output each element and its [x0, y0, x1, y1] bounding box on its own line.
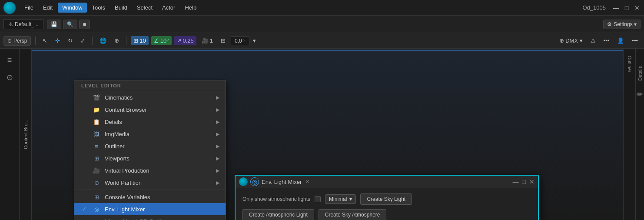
create-sky-atmosphere-btn[interactable]: Create Sky Atmosphere — [319, 209, 387, 220]
details-menu-icon: 📋 — [93, 118, 100, 126]
menu-select[interactable]: Select — [133, 3, 157, 13]
hamburger-btn[interactable]: ≡ — [2, 52, 17, 68]
menu-tools[interactable]: Tools — [88, 3, 110, 13]
elm-row2: Create Atmospheric Light Create Sky Atmo… — [242, 209, 531, 220]
outliner-menu-label: Outliner — [105, 143, 212, 150]
camera-btn[interactable]: 🎥 1 — [199, 36, 216, 45]
menu-item-virtual-production[interactable]: 🎥 Virtual Production ▶ — [74, 164, 226, 177]
imgmedia-icon: 🖼 — [93, 130, 100, 138]
minimal-label: Minimal — [329, 196, 347, 202]
angle-value: 10° — [160, 37, 169, 44]
create-atmospheric-light-btn[interactable]: Create Atmospheric Light — [242, 209, 314, 220]
misc-btn[interactable]: ■ — [79, 20, 90, 29]
grid-icon: ⊞ — [133, 37, 138, 44]
level-editor-menu[interactable]: LEVEL EDITOR 🎬 Cinematics ▶ 📁 Content Br… — [74, 80, 226, 220]
search-btn[interactable]: 🔍 — [63, 20, 77, 29]
menu-item-cinematics[interactable]: 🎬 Cinematics ▶ — [74, 91, 226, 103]
world-btn[interactable]: 🌐 — [97, 36, 109, 45]
rotation-expand-btn[interactable]: ▾ — [250, 36, 259, 45]
camera-icon: 🎥 — [202, 37, 209, 44]
angle-btn[interactable]: ∠ 10° — [151, 36, 172, 45]
arrow-icon: ▶ — [216, 107, 219, 113]
menu-build[interactable]: Build — [110, 3, 132, 13]
scale-tool-btn[interactable]: ⤢ — [78, 36, 88, 45]
snap-icon: ↗ — [177, 37, 182, 44]
pencil-icon[interactable]: ✏ — [637, 90, 643, 99]
viewports-label: Viewports — [105, 155, 212, 162]
menu-item-viewports[interactable]: ⊞ Viewports ▶ — [74, 152, 226, 164]
dmx-btn[interactable]: ⊕ DMX ▾ — [557, 36, 585, 45]
menu-item-env-light-mixer[interactable]: ✓ ◎ Env. Light Mixer — [74, 203, 226, 215]
dots-btn[interactable]: ••• — [601, 36, 612, 45]
menu-item-details[interactable]: 📋 Details ▶ — [74, 116, 226, 128]
menu-item-content-browser[interactable]: 📁 Content Browser ▶ — [74, 103, 226, 116]
grid-display-btn[interactable]: ⊞ 10 — [131, 36, 148, 45]
virtual-production-icon: 🎥 — [93, 167, 100, 174]
settings-btn[interactable]: ⚙ Settings ▾ — [603, 20, 641, 29]
default-tab-label: Default_... — [15, 21, 39, 27]
dots2-btn[interactable]: ••• — [629, 36, 641, 45]
check-placeholder — [80, 118, 88, 125]
elm-title: Env. Light Mixer — [262, 179, 302, 185]
menu-help[interactable]: Help — [180, 3, 201, 13]
elm-row1: Only show atmospheric lights Minimal ▾ C… — [242, 193, 531, 205]
details-tab[interactable]: Details — [637, 66, 643, 81]
console-label: Console Variables — [105, 194, 219, 200]
arrow-icon: ▶ — [216, 156, 219, 161]
elm-close-window-btn[interactable]: ✕ — [529, 178, 534, 185]
menu-window[interactable]: Window — [58, 3, 86, 13]
left-panel: ≡ ⊙ — [0, 49, 20, 220]
menu-item-console-variables[interactable]: ⊞ Console Variables — [74, 191, 226, 203]
grid2-btn[interactable]: ⊞ — [218, 36, 228, 45]
arrow-icon: ▶ — [216, 119, 219, 125]
create-sky-light-btn[interactable]: Create Sky Light — [360, 193, 412, 205]
toolbar-row1: ⚠ Default_... 💾 🔍 ■ ⚙ Settings ▾ — [0, 16, 644, 33]
camera-value: 1 — [210, 37, 213, 44]
elm-tab-close-btn[interactable]: ✕ — [305, 179, 309, 185]
menu-item-outliner[interactable]: ≡ Outliner ▶ — [74, 140, 226, 152]
grid-value: 10 — [139, 37, 146, 44]
arrow-icon: ▶ — [216, 168, 219, 173]
check-placeholder — [80, 193, 88, 200]
separator3 — [126, 37, 126, 45]
close-button[interactable]: ✕ — [634, 4, 641, 11]
persp-btn[interactable]: ⊙ Persp — [3, 36, 31, 46]
move-tool-btn[interactable]: ✛ — [53, 36, 63, 45]
default-tab[interactable]: ⚠ Default_... — [3, 19, 43, 29]
minimal-dropdown[interactable]: Minimal ▾ — [325, 194, 356, 204]
persp-icon: ⊙ — [7, 38, 12, 44]
menubar-right: Od_1005 — □ ✕ — [583, 4, 641, 11]
separator — [35, 37, 36, 45]
maximize-button[interactable]: □ — [623, 4, 630, 11]
menu-item-hlod[interactable]: ≡ Hierarchical LOD Outliner — [74, 215, 226, 220]
content-browser-tab[interactable]: Content Bro... — [21, 116, 30, 153]
rotate-tool-btn[interactable]: ↻ — [65, 36, 75, 45]
alert-btn[interactable]: ⚠ — [588, 36, 598, 45]
snap-value-btn[interactable]: ↗ 0,25 — [174, 36, 196, 45]
only-show-checkbox[interactable] — [315, 196, 321, 202]
elm-maximize-btn[interactable]: □ — [522, 178, 526, 185]
select-tool-btn[interactable]: ↖ — [40, 36, 50, 45]
world-partition-label: World Partition — [105, 180, 212, 186]
menu-edit[interactable]: Edit — [39, 3, 57, 13]
outliner-tab[interactable]: Outliner — [625, 52, 634, 76]
minimize-button[interactable]: — — [613, 4, 620, 11]
menu-item-world-partition[interactable]: ⊙ World Partition ▶ — [74, 177, 226, 189]
menu-file[interactable]: File — [20, 3, 38, 13]
check-placeholder — [80, 143, 88, 150]
imgmedia-label: ImgMedia — [105, 131, 212, 137]
menu-actor[interactable]: Actor — [158, 3, 179, 13]
perspective-icon[interactable]: ⊙ — [2, 70, 17, 85]
settings-label: Settings ▾ — [614, 21, 637, 27]
toolbar-row2: ⊙ Persp ↖ ✛ ↻ ⤢ 🌐 ⊕ ⊞ 10 ∠ 10° ↗ 0,25 🎥 … — [0, 33, 644, 49]
save-btn[interactable]: 💾 — [47, 20, 61, 29]
user-btn[interactable]: 👤 — [614, 36, 627, 45]
menu-item-imgmedia[interactable]: 🖼 ImgMedia ▶ — [74, 128, 226, 140]
snap-btn[interactable]: ⊕ — [112, 36, 122, 45]
angle-icon: ∠ — [154, 37, 159, 44]
far-right-panel: Details ✏ — [635, 49, 644, 220]
window-controls: — □ ✕ — [613, 4, 641, 11]
hlod-label: Hierarchical LOD Outliner — [105, 218, 219, 220]
elm-minimize-btn[interactable]: — — [513, 178, 519, 185]
elm-app-logo — [239, 177, 248, 186]
